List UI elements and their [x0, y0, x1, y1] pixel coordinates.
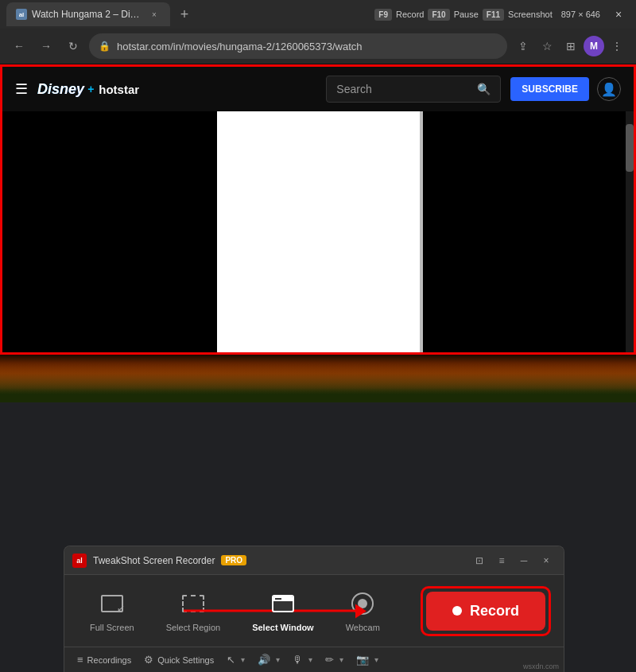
cursor-tool[interactable]: ↖ ▾ [227, 654, 245, 666]
mic-icon: 🎙 [293, 654, 303, 666]
tab-title: Watch Hungama 2 – Disney+ Ho... [32, 9, 143, 20]
select-window-label: Select Window [252, 623, 314, 632]
quick-settings-label: Quick Settings [157, 655, 214, 665]
record-button[interactable]: Record [426, 592, 545, 631]
watermark: wsxdn.com [523, 662, 559, 670]
recordings-item[interactable]: ≡ Recordings [77, 654, 131, 666]
refresh-button[interactable]: ↻ [62, 35, 84, 57]
hamburger-menu-icon[interactable]: ☰ [15, 80, 28, 98]
hotstar-logo: Disney + hotstar [37, 81, 139, 98]
title-bar: al Watch Hungama 2 – Disney+ Ho... × + F… [0, 0, 636, 29]
menu-icon[interactable]: ≡ [492, 551, 511, 570]
recordings-icon: ≡ [77, 654, 83, 666]
new-tab-button[interactable]: + [173, 3, 196, 25]
recorder-toolbar: Full Screen Select Region Select Window … [64, 575, 564, 647]
tab-favicon: al [16, 9, 27, 20]
user-avatar[interactable]: M [584, 36, 604, 56]
cursor-icon: ↖ [227, 654, 235, 666]
scrollbar-thumb[interactable] [626, 124, 634, 172]
pro-badge: PRO [221, 555, 246, 565]
annotation-tool[interactable]: ✏ ▾ [325, 654, 343, 666]
back-button[interactable]: ← [8, 35, 30, 57]
hotstar-text: hotstar [99, 83, 139, 96]
full-screen-label: Full Screen [90, 623, 134, 632]
menu-icon[interactable]: ⋮ [606, 35, 628, 57]
background-scene [0, 355, 636, 402]
select-region-icon [179, 589, 207, 618]
f9-badge: F9 [374, 9, 392, 21]
address-actions: ⇪ ☆ ⊞ M ⋮ [512, 35, 628, 57]
search-placeholder: Search [336, 83, 471, 95]
screenshot-tool[interactable]: 📷 ▾ [356, 654, 378, 666]
url-bar[interactable]: 🔒 hotstar.com/in/movies/hungama-2/126006… [89, 33, 507, 59]
record-label: Record [396, 10, 424, 19]
recorder-title-actions: ⊡ ≡ ─ × [470, 551, 556, 570]
url-text: hotstar.com/in/movies/hungama-2/12600653… [117, 41, 498, 52]
search-box[interactable]: Search 🔍 [326, 76, 501, 103]
disney-text: Disney [37, 81, 84, 98]
user-icon[interactable]: 👤 [597, 77, 621, 101]
recorder-bottom-bar: ≡ Recordings ⚙ Quick Settings ↖ ▾ 🔊 ▾ 🎙 … [64, 647, 564, 672]
save-icon[interactable]: ⊡ [470, 551, 489, 570]
tab-grid-icon[interactable]: ⊞ [560, 35, 582, 57]
screenshot-dropdown: ▾ [374, 655, 378, 664]
window-close-button[interactable]: × [607, 3, 630, 25]
video-area [2, 111, 634, 355]
page-content: ☰ Disney + hotstar Search 🔍 SUBSCRIBE 👤 [0, 64, 636, 355]
recorder-panel: al TweakShot Screen Recorder PRO ⊡ ≡ ─ ×… [64, 546, 564, 672]
bookmark-icon[interactable]: ☆ [536, 35, 558, 57]
record-label: Record [470, 603, 519, 620]
full-screen-icon [98, 589, 126, 618]
annotation-icon: ✏ [325, 654, 334, 666]
close-recorder-button[interactable]: × [537, 551, 556, 570]
record-btn-wrapper: Record [421, 586, 551, 636]
fullscreen-icon-shape [101, 595, 123, 612]
dimensions-label: 897 × 646 [561, 10, 600, 19]
minimize-button[interactable]: ─ [514, 551, 533, 570]
hotstar-header: ☰ Disney + hotstar Search 🔍 SUBSCRIBE 👤 [2, 67, 634, 111]
select-region-label: Select Region [166, 623, 221, 632]
browser-chrome: al Watch Hungama 2 – Disney+ Ho... × + F… [0, 0, 636, 64]
webcam-label: Webcam [346, 623, 380, 632]
forward-button[interactable]: → [35, 35, 57, 57]
audio-icon: 🔊 [258, 654, 270, 666]
f10-badge: F10 [428, 9, 449, 21]
select-window-icon [269, 589, 297, 618]
video-placeholder [217, 107, 420, 355]
cursor-dropdown: ▾ [241, 655, 245, 664]
audio-dropdown: ▾ [276, 655, 280, 664]
lock-icon: 🔒 [99, 41, 111, 52]
mic-tool[interactable]: 🎙 ▾ [293, 654, 312, 666]
camera-icon: 📷 [356, 654, 369, 666]
subscribe-button[interactable]: SUBSCRIBE [510, 77, 589, 101]
recorder-titlebar: al TweakShot Screen Recorder PRO ⊡ ≡ ─ × [64, 546, 564, 575]
window-icon-shape [272, 595, 294, 612]
mic-dropdown: ▾ [308, 655, 312, 664]
shortcut-badges: F9 Record F10 Pause F11 Screenshot 897 ×… [374, 3, 630, 25]
f11-badge: F11 [483, 9, 504, 21]
recorder-logo: al [72, 554, 87, 568]
record-dot-icon [452, 606, 462, 616]
full-screen-tool[interactable]: Full Screen [77, 585, 147, 637]
address-bar: ← → ↻ 🔒 hotstar.com/in/movies/hungama-2/… [0, 29, 636, 64]
plus-text: + [87, 83, 94, 95]
browser-tab[interactable]: al Watch Hungama 2 – Disney+ Ho... × [6, 2, 170, 26]
share-icon[interactable]: ⇪ [512, 35, 534, 57]
settings-icon: ⚙ [144, 654, 153, 666]
recorder-title: TweakShot Screen Recorder [93, 555, 215, 566]
audio-tool[interactable]: 🔊 ▾ [258, 654, 280, 666]
screenshot-label: Screenshot [508, 10, 553, 19]
pause-label: Pause [454, 10, 479, 19]
record-button-border: Record [421, 586, 551, 636]
search-icon: 🔍 [477, 83, 491, 95]
recordings-label: Recordings [87, 655, 132, 665]
tree-silhouette [0, 363, 636, 402]
annotation-dropdown: ▾ [339, 655, 343, 664]
tab-close-button[interactable]: × [148, 8, 161, 21]
quick-settings-item[interactable]: ⚙ Quick Settings [144, 654, 214, 666]
